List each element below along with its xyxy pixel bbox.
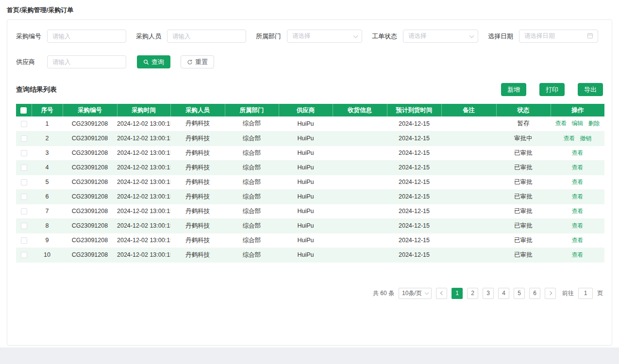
cell-purchase_no: CG23091208 (63, 248, 117, 262)
cell-eta: 2024-12-15 (387, 131, 441, 146)
table-row: 3CG230912082024-12-02 13:00:15丹鹤科技综合部Hui… (16, 146, 604, 160)
row-checkbox[interactable] (21, 194, 27, 200)
cell-supplier: HuiPu (279, 189, 333, 204)
date-label: 选择日期 (488, 32, 515, 41)
search-button[interactable]: 查询 (137, 55, 170, 68)
cell-purchase_no: CG23091208 (63, 189, 117, 204)
select-all-checkbox[interactable] (20, 107, 27, 114)
supplier-input[interactable] (47, 55, 126, 68)
view-link[interactable]: 查看 (572, 193, 584, 200)
order-status-select-placeholder: 请选择 (408, 32, 427, 40)
table-row: 2CG230912082024-12-02 13:00:15丹鹤科技综合部Hui… (16, 131, 604, 146)
cell-remark (441, 116, 496, 131)
cell-actions: 查看 (551, 233, 604, 248)
cell-receiving (333, 233, 387, 248)
supplier-label: 供应商 (16, 58, 43, 66)
cell-purchase_no: CG23091208 (63, 116, 117, 131)
reset-button[interactable]: 重置 (181, 55, 214, 68)
view-link[interactable]: 查看 (555, 120, 567, 127)
cell-purchaser: 丹鹤科技 (170, 131, 225, 146)
view-link[interactable]: 查看 (564, 135, 575, 142)
row-checkbox[interactable] (21, 121, 27, 127)
view-link[interactable]: 查看 (572, 208, 584, 215)
page-size-select[interactable]: 10条/页 (399, 288, 432, 299)
column-header: 预计到货时间 (387, 104, 441, 116)
delete-link[interactable]: 删除 (588, 120, 600, 127)
row-checkbox[interactable] (21, 208, 27, 215)
row-checkbox[interactable] (21, 135, 27, 142)
row-select-cell (16, 204, 32, 218)
cell-remark (441, 248, 496, 262)
chevron-right-icon (548, 291, 552, 295)
view-link[interactable]: 查看 (572, 149, 584, 156)
cell-receiving (333, 146, 387, 160)
row-select-cell (16, 175, 32, 189)
row-checkbox[interactable] (21, 237, 27, 244)
cell-dept: 综合部 (225, 131, 279, 146)
column-header: 收货信息 (333, 104, 387, 116)
prev-page-button[interactable] (436, 288, 447, 299)
cell-time: 2024-12-02 13:00:15 (117, 131, 170, 146)
cell-eta: 2024-12-15 (387, 218, 441, 233)
cell-status: 已审批 (496, 218, 551, 233)
table-row: 4CG230912082024-12-02 13:00:15丹鹤科技综合部Hui… (16, 160, 604, 175)
view-link[interactable]: 查看 (572, 251, 584, 258)
add-button[interactable]: 新增 (501, 83, 526, 96)
row-select-cell (16, 146, 32, 160)
cell-dept: 综合部 (225, 146, 279, 160)
page-button-2[interactable]: 2 (467, 288, 478, 299)
page-button-6[interactable]: 6 (529, 288, 540, 299)
row-checkbox[interactable] (21, 150, 27, 156)
cell-no: 7 (32, 204, 63, 218)
view-link[interactable]: 查看 (572, 179, 584, 185)
next-page-button[interactable] (545, 288, 556, 299)
filter-supplier: 供应商 (16, 55, 126, 68)
cell-status: 暂存 (496, 116, 551, 131)
filter-order-status: 工单状态 请选择 (372, 30, 478, 43)
column-header: 状态 (496, 104, 551, 116)
order-status-select[interactable]: 请选择 (403, 30, 478, 43)
view-link[interactable]: 查看 (572, 237, 584, 244)
table-row: 5CG230912082024-12-02 13:00:15丹鹤科技综合部Hui… (16, 175, 604, 189)
cell-time: 2024-12-02 13:00:15 (117, 175, 170, 189)
page-button-1[interactable]: 1 (452, 288, 463, 299)
purchaser-label: 采购人员 (136, 32, 163, 41)
cell-actions: 查看 (551, 204, 604, 218)
purchaser-input[interactable] (167, 30, 246, 43)
department-select[interactable]: 请选择 (287, 30, 362, 43)
table-body: 1CG230912082024-12-02 13:00:15丹鹤科技综合部Hui… (16, 116, 604, 262)
goto-suffix: 页 (597, 289, 603, 298)
cell-supplier: HuiPu (279, 175, 333, 189)
page-button-3[interactable]: 3 (483, 288, 494, 299)
row-checkbox[interactable] (21, 223, 27, 229)
cell-dept: 综合部 (225, 189, 279, 204)
cell-receiving (333, 248, 387, 262)
purchase-no-input[interactable] (47, 30, 126, 43)
row-checkbox[interactable] (21, 165, 27, 171)
cell-receiving (333, 218, 387, 233)
filter-department: 所属部门 请选择 (256, 30, 362, 43)
cell-remark (441, 146, 496, 160)
date-picker[interactable]: 请选择日期 (519, 30, 598, 43)
cell-no: 2 (32, 131, 63, 146)
view-link[interactable]: 查看 (572, 164, 584, 171)
reset-button-label: 重置 (195, 58, 208, 66)
view-link[interactable]: 查看 (572, 222, 584, 229)
row-checkbox[interactable] (21, 179, 27, 185)
cell-supplier: HuiPu (279, 131, 333, 146)
goto-page-input[interactable] (578, 288, 593, 299)
cell-purchase_no: CG23091208 (63, 160, 117, 175)
cell-actions: 查看 (551, 248, 604, 262)
page-button-5[interactable]: 5 (514, 288, 525, 299)
edit-link[interactable]: 编辑 (572, 120, 584, 127)
print-button[interactable]: 打印 (539, 83, 565, 96)
revoke-link[interactable]: 撤销 (580, 135, 592, 142)
cell-dept: 综合部 (225, 160, 279, 175)
cell-receiving (333, 175, 387, 189)
export-button[interactable]: 导出 (578, 83, 603, 96)
cell-status: 已审批 (496, 233, 551, 248)
row-checkbox[interactable] (21, 252, 27, 258)
page-button-4[interactable]: 4 (498, 288, 509, 299)
row-select-cell (16, 189, 32, 204)
cell-time: 2024-12-02 13:00:15 (117, 160, 170, 175)
